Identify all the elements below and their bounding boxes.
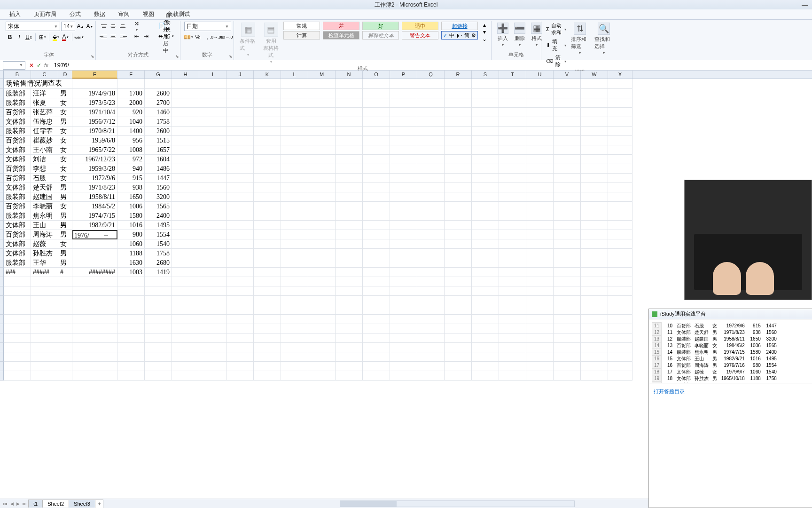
table-cell[interactable] xyxy=(172,183,199,192)
table-cell[interactable] xyxy=(336,268,363,277)
table-cell[interactable] xyxy=(363,192,390,202)
table-cell[interactable] xyxy=(308,315,336,324)
font-name-select[interactable]: 宋体▼ xyxy=(6,22,60,31)
table-cell[interactable]: 1959/3/28 xyxy=(72,164,117,174)
table-cell[interactable] xyxy=(554,362,581,371)
table-cell[interactable] xyxy=(281,183,308,192)
table-cell[interactable]: 百货部 xyxy=(4,136,31,145)
align-left-icon[interactable] xyxy=(100,32,108,40)
table-cell[interactable] xyxy=(281,145,308,155)
table-cell[interactable]: 文体部 xyxy=(4,155,31,164)
table-cell[interactable] xyxy=(390,371,417,381)
table-cell[interactable] xyxy=(117,324,145,333)
table-cell[interactable] xyxy=(363,211,390,221)
table-cell[interactable] xyxy=(308,136,336,145)
table-cell[interactable] xyxy=(308,249,336,258)
table-cell[interactable] xyxy=(281,315,308,324)
table-cell[interactable] xyxy=(417,268,445,277)
table-cell[interactable] xyxy=(390,324,417,333)
column-header-Q[interactable]: Q xyxy=(417,71,445,79)
table-cell[interactable] xyxy=(172,136,199,145)
table-cell[interactable] xyxy=(581,174,608,183)
table-cell[interactable] xyxy=(526,145,554,155)
table-cell[interactable] xyxy=(308,174,336,183)
table-cell[interactable] xyxy=(254,239,281,249)
table-cell[interactable] xyxy=(581,89,608,98)
table-cell[interactable] xyxy=(390,155,417,164)
table-cell[interactable]: 1958/8/11 xyxy=(72,192,117,202)
table-cell[interactable] xyxy=(31,277,58,286)
table-cell[interactable] xyxy=(390,258,417,268)
table-cell[interactable] xyxy=(499,333,526,343)
table-cell[interactable] xyxy=(308,155,336,164)
increase-font-icon[interactable]: A▲ xyxy=(76,22,85,31)
table-cell[interactable]: 男 xyxy=(58,183,72,192)
table-cell[interactable]: 女 xyxy=(58,164,72,174)
table-cell[interactable] xyxy=(4,362,31,371)
table-cell[interactable]: 1554 xyxy=(145,230,172,239)
table-cell[interactable] xyxy=(199,305,226,315)
table-cell[interactable] xyxy=(58,362,72,371)
border-button[interactable]: ⊞▾ xyxy=(38,33,47,41)
table-cell[interactable] xyxy=(390,98,417,108)
table-cell[interactable] xyxy=(226,343,254,352)
table-cell[interactable] xyxy=(254,221,281,230)
table-cell[interactable] xyxy=(145,352,172,362)
table-cell[interactable]: 文体部 xyxy=(4,239,31,249)
table-cell[interactable] xyxy=(472,98,499,108)
table-cell[interactable] xyxy=(390,174,417,183)
table-cell[interactable] xyxy=(4,352,31,362)
table-cell[interactable] xyxy=(417,230,445,239)
table-cell[interactable] xyxy=(31,305,58,315)
table-cell[interactable] xyxy=(526,371,554,381)
table-cell[interactable] xyxy=(526,305,554,315)
table-cell[interactable] xyxy=(554,192,581,202)
table-cell[interactable]: 赵建国 xyxy=(31,192,58,202)
table-cell[interactable] xyxy=(554,324,581,333)
table-cell[interactable] xyxy=(526,108,554,117)
table-cell[interactable] xyxy=(4,305,31,315)
table-cell[interactable]: 1967/12/23 xyxy=(72,155,117,164)
table-cell[interactable] xyxy=(390,268,417,277)
table-cell[interactable] xyxy=(281,371,308,381)
table-cell[interactable] xyxy=(499,221,526,230)
table-cell[interactable]: ##### xyxy=(31,268,58,277)
table-cell[interactable] xyxy=(226,258,254,268)
table-cell[interactable] xyxy=(417,145,445,155)
table-cell[interactable] xyxy=(390,221,417,230)
table-cell[interactable]: 1400 xyxy=(117,127,145,136)
table-cell[interactable] xyxy=(608,230,632,239)
table-cell[interactable] xyxy=(472,221,499,230)
table-cell[interactable]: 文体部 xyxy=(4,145,31,155)
table-cell[interactable] xyxy=(445,211,472,221)
table-cell[interactable] xyxy=(581,362,608,371)
table-cell[interactable] xyxy=(281,192,308,202)
table-cell[interactable] xyxy=(554,155,581,164)
table-cell[interactable] xyxy=(581,258,608,268)
table-cell[interactable] xyxy=(472,296,499,305)
table-cell[interactable] xyxy=(499,98,526,108)
table-cell[interactable] xyxy=(445,286,472,296)
table-cell[interactable] xyxy=(281,202,308,211)
table-cell[interactable] xyxy=(526,89,554,98)
table-cell[interactable] xyxy=(4,333,31,343)
table-cell[interactable] xyxy=(554,258,581,268)
table-cell[interactable] xyxy=(417,89,445,98)
table-cell[interactable] xyxy=(608,127,632,136)
table-cell[interactable] xyxy=(526,343,554,352)
table-cell[interactable] xyxy=(390,117,417,127)
table-cell[interactable] xyxy=(526,98,554,108)
table-cell[interactable] xyxy=(526,211,554,221)
table-cell[interactable] xyxy=(199,268,226,277)
table-cell[interactable] xyxy=(145,286,172,296)
table-cell[interactable] xyxy=(172,192,199,202)
delete-cells-button[interactable]: ➖删除▾ xyxy=(512,22,527,48)
table-cell[interactable]: 940 xyxy=(117,164,145,174)
table-cell[interactable] xyxy=(117,315,145,324)
table-cell[interactable] xyxy=(581,108,608,117)
table-cell[interactable] xyxy=(31,371,58,381)
table-cell[interactable] xyxy=(499,258,526,268)
table-cell[interactable] xyxy=(445,239,472,249)
table-cell[interactable]: 孙胜杰 xyxy=(31,249,58,258)
underline-button[interactable]: U▾ xyxy=(24,33,33,41)
